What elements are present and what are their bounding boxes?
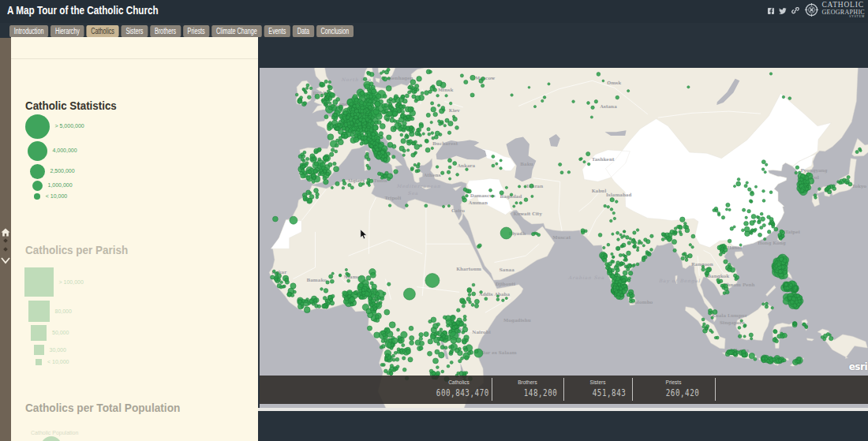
population-dot[interactable]: [301, 305, 304, 308]
population-dot[interactable]: [743, 208, 746, 211]
population-dot[interactable]: [325, 299, 328, 302]
population-dot[interactable]: [391, 107, 394, 110]
population-dot[interactable]: [369, 95, 372, 98]
population-dot[interactable]: [632, 238, 634, 241]
population-dot[interactable]: [395, 367, 398, 370]
population-dot[interactable]: [711, 316, 713, 319]
population-dot[interactable]: [305, 300, 308, 303]
population-dot[interactable]: [740, 320, 743, 322]
population-dot[interactable]: [354, 113, 357, 116]
population-dot[interactable]: [376, 148, 379, 151]
population-dot[interactable]: [769, 222, 771, 225]
population-dot[interactable]: [474, 299, 479, 304]
population-dot[interactable]: [331, 272, 334, 275]
population-dot[interactable]: [621, 236, 623, 238]
population-dot[interactable]: [722, 251, 725, 254]
population-dot[interactable]: [500, 227, 512, 239]
population-dot[interactable]: [774, 227, 778, 231]
population-dot[interactable]: [324, 92, 327, 95]
population-dot[interactable]: [380, 136, 383, 139]
population-dot[interactable]: [309, 192, 312, 195]
population-dot[interactable]: [444, 346, 447, 349]
population-dot[interactable]: [445, 118, 449, 122]
population-dot[interactable]: [788, 297, 791, 301]
population-dot[interactable]: [681, 256, 685, 260]
population-dot[interactable]: [533, 106, 536, 108]
population-dot[interactable]: [428, 320, 432, 323]
population-dot[interactable]: [855, 151, 859, 154]
population-dot[interactable]: [448, 166, 451, 169]
slide-dot-1[interactable]: [3, 238, 8, 243]
population-dot[interactable]: [429, 70, 432, 73]
population-dot[interactable]: [447, 364, 450, 368]
population-dot[interactable]: [441, 122, 444, 125]
population-dot[interactable]: [360, 295, 363, 298]
population-dot[interactable]: [333, 125, 336, 128]
population-dot[interactable]: [453, 162, 457, 166]
population-dot[interactable]: [771, 307, 773, 309]
population-dot[interactable]: [650, 234, 653, 237]
population-dot[interactable]: [394, 96, 397, 99]
population-dot[interactable]: [434, 135, 438, 139]
population-dot[interactable]: [456, 173, 459, 176]
population-dot[interactable]: [672, 239, 676, 244]
population-dot[interactable]: [711, 311, 713, 313]
population-dot[interactable]: [702, 265, 704, 267]
population-dot[interactable]: [359, 118, 363, 121]
population-dot[interactable]: [798, 171, 801, 174]
population-dot[interactable]: [524, 198, 528, 202]
population-dot[interactable]: [633, 263, 635, 266]
population-dot[interactable]: [437, 342, 440, 346]
population-dot[interactable]: [467, 351, 470, 354]
population-dot[interactable]: [327, 302, 330, 305]
population-dot[interactable]: [387, 68, 390, 71]
population-dot[interactable]: [773, 330, 777, 334]
population-dot[interactable]: [306, 176, 310, 180]
population-dot[interactable]: [391, 115, 394, 118]
population-dot[interactable]: [425, 91, 429, 95]
population-dot[interactable]: [369, 120, 372, 123]
population-dot[interactable]: [533, 232, 536, 234]
population-dot[interactable]: [290, 216, 297, 224]
population-dot[interactable]: [428, 90, 432, 93]
population-dot[interactable]: [559, 163, 562, 166]
population-dot[interactable]: [390, 346, 393, 349]
population-dot[interactable]: [627, 241, 631, 245]
population-dot[interactable]: [730, 227, 734, 231]
population-dot[interactable]: [737, 178, 740, 181]
tab-data[interactable]: Data: [293, 25, 314, 37]
population-dot[interactable]: [629, 297, 632, 301]
population-dot[interactable]: [762, 303, 765, 305]
population-dot[interactable]: [636, 263, 639, 266]
population-dot[interactable]: [370, 282, 373, 285]
population-dot[interactable]: [598, 234, 602, 237]
population-dot[interactable]: [380, 72, 382, 74]
population-dot[interactable]: [433, 88, 437, 92]
population-dot[interactable]: [541, 99, 544, 102]
population-dot[interactable]: [386, 86, 391, 92]
population-dot[interactable]: [385, 357, 388, 361]
population-dot[interactable]: [419, 333, 424, 338]
population-dot[interactable]: [341, 134, 344, 137]
population-dot[interactable]: [330, 279, 334, 283]
population-dot[interactable]: [413, 90, 417, 93]
population-dot[interactable]: [402, 99, 407, 103]
population-dot[interactable]: [367, 133, 370, 136]
population-dot[interactable]: [290, 293, 294, 297]
population-dot[interactable]: [410, 336, 414, 341]
population-dot[interactable]: [327, 84, 331, 88]
population-dot[interactable]: [398, 336, 401, 339]
population-dot[interactable]: [691, 246, 694, 249]
population-dot[interactable]: [761, 160, 765, 164]
population-dot[interactable]: [502, 299, 505, 302]
population-dot[interactable]: [383, 174, 387, 178]
population-dot[interactable]: [304, 102, 307, 105]
population-dot[interactable]: [328, 80, 331, 84]
population-dot[interactable]: [312, 181, 315, 184]
population-dot[interactable]: [481, 84, 484, 87]
population-dot[interactable]: [644, 238, 648, 242]
population-dot[interactable]: [426, 113, 430, 117]
population-dot[interactable]: [388, 339, 392, 343]
population-dot[interactable]: [392, 358, 395, 361]
population-dot[interactable]: [772, 225, 775, 228]
